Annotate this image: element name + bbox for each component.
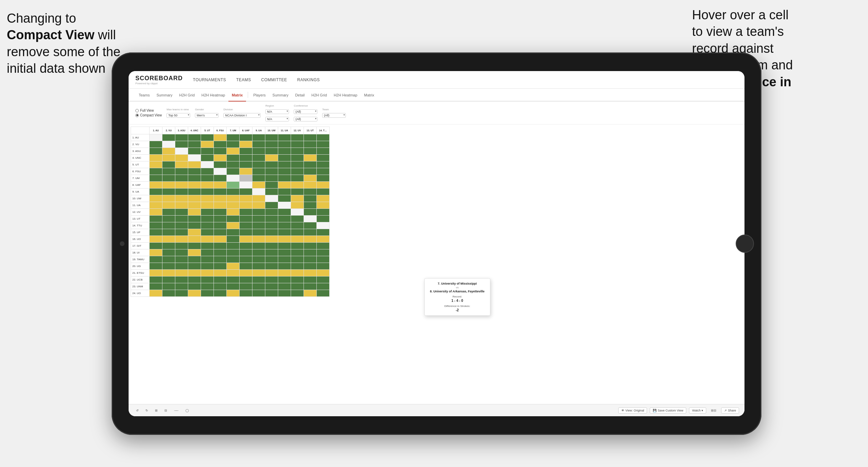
matrix-cell[interactable] <box>304 168 317 175</box>
matrix-cell[interactable] <box>291 155 304 161</box>
matrix-cell[interactable] <box>265 168 278 175</box>
matrix-cell[interactable] <box>150 222 162 229</box>
matrix-cell[interactable] <box>265 256 278 263</box>
matrix-cell[interactable] <box>265 155 278 161</box>
compact-view-radio[interactable] <box>135 114 139 117</box>
subnav-h2h-grid2[interactable]: H2H Grid <box>308 89 330 102</box>
matrix-cell[interactable] <box>150 155 162 161</box>
matrix-cell[interactable] <box>291 148 304 155</box>
matrix-cell[interactable] <box>304 188 317 195</box>
matrix-cell[interactable] <box>175 188 188 195</box>
matrix-cell[interactable] <box>201 283 214 290</box>
matrix-cell[interactable] <box>317 141 330 148</box>
matrix-cell[interactable] <box>201 276 214 283</box>
matrix-cell[interactable] <box>175 141 188 148</box>
matrix-cell[interactable] <box>265 263 278 270</box>
matrix-cell[interactable] <box>188 168 201 175</box>
matrix-cell[interactable] <box>214 148 227 155</box>
matrix-cell[interactable] <box>304 290 317 297</box>
matrix-cell[interactable] <box>278 249 291 256</box>
matrix-cell[interactable] <box>265 270 278 276</box>
matrix-cell[interactable] <box>252 256 265 263</box>
matrix-cell[interactable] <box>278 155 291 161</box>
save-custom-button[interactable]: 💾 Save Custom View <box>650 407 686 414</box>
matrix-cell[interactable] <box>201 195 214 202</box>
matrix-cell[interactable] <box>240 270 252 276</box>
matrix-cell[interactable] <box>175 263 188 270</box>
matrix-cell[interactable] <box>291 283 304 290</box>
matrix-cell[interactable] <box>304 134 317 141</box>
matrix-cell[interactable] <box>227 270 240 276</box>
matrix-cell[interactable] <box>317 148 330 155</box>
matrix-cell[interactable] <box>150 243 162 249</box>
matrix-cell[interactable] <box>278 148 291 155</box>
matrix-cell[interactable] <box>162 148 175 155</box>
matrix-cell[interactable] <box>162 209 175 216</box>
matrix-cell[interactable] <box>175 161 188 168</box>
matrix-cell[interactable] <box>291 188 304 195</box>
matrix-cell[interactable] <box>188 270 201 276</box>
matrix-cell[interactable] <box>291 276 304 283</box>
matrix-cell[interactable] <box>175 249 188 256</box>
matrix-cell[interactable] <box>252 134 265 141</box>
matrix-cell[interactable] <box>291 290 304 297</box>
matrix-cell[interactable] <box>278 188 291 195</box>
matrix-cell[interactable] <box>291 236 304 243</box>
matrix-cell[interactable] <box>278 236 291 243</box>
matrix-cell[interactable] <box>304 175 317 182</box>
matrix-cell[interactable] <box>214 256 227 263</box>
matrix-cell[interactable] <box>162 229 175 236</box>
matrix-cell[interactable] <box>162 188 175 195</box>
matrix-cell[interactable] <box>162 236 175 243</box>
matrix-cell[interactable] <box>252 229 265 236</box>
matrix-cell[interactable] <box>304 229 317 236</box>
matrix-cell[interactable] <box>265 243 278 249</box>
matrix-cell[interactable] <box>291 161 304 168</box>
matrix-cell[interactable] <box>240 182 252 188</box>
matrix-cell[interactable] <box>278 256 291 263</box>
matrix-cell[interactable] <box>188 229 201 236</box>
matrix-cell[interactable] <box>150 216 162 222</box>
matrix-cell[interactable] <box>252 222 265 229</box>
matrix-cell[interactable] <box>278 229 291 236</box>
matrix-cell[interactable] <box>317 276 330 283</box>
matrix-cell[interactable] <box>214 249 227 256</box>
share-button[interactable]: ↗ Share <box>721 407 739 414</box>
matrix-cell[interactable] <box>278 283 291 290</box>
matrix-cell[interactable] <box>278 270 291 276</box>
matrix-cell[interactable] <box>304 270 317 276</box>
matrix-cell[interactable] <box>150 276 162 283</box>
matrix-cell[interactable] <box>201 216 214 222</box>
matrix-cell[interactable] <box>201 209 214 216</box>
matrix-cell[interactable] <box>227 243 240 249</box>
matrix-cell[interactable] <box>278 161 291 168</box>
matrix-cell[interactable] <box>150 256 162 263</box>
matrix-cell[interactable] <box>240 155 252 161</box>
matrix-cell[interactable] <box>150 148 162 155</box>
subnav-h2h-heatmap1[interactable]: H2H Heatmap <box>198 89 228 102</box>
matrix-cell[interactable] <box>278 263 291 270</box>
matrix-cell[interactable] <box>304 249 317 256</box>
matrix-cell[interactable] <box>265 202 278 209</box>
full-view-radio[interactable] <box>135 109 139 112</box>
matrix-cell[interactable] <box>150 229 162 236</box>
matrix-cell[interactable] <box>252 202 265 209</box>
zoom-out-button[interactable]: ⊟ <box>162 408 169 413</box>
subnav-h2h-grid1[interactable]: H2H Grid <box>176 89 198 102</box>
matrix-cell[interactable] <box>214 276 227 283</box>
matrix-cell[interactable] <box>317 290 330 297</box>
matrix-cell[interactable] <box>252 182 265 188</box>
matrix-cell[interactable] <box>252 141 265 148</box>
matrix-cell[interactable] <box>227 290 240 297</box>
matrix-cell[interactable] <box>214 175 227 182</box>
matrix-cell[interactable] <box>227 168 240 175</box>
matrix-cell[interactable] <box>201 202 214 209</box>
matrix-cell[interactable] <box>252 276 265 283</box>
matrix-cell[interactable] <box>304 256 317 263</box>
matrix-cell[interactable] <box>201 270 214 276</box>
matrix-cell[interactable] <box>240 141 252 148</box>
matrix-cell[interactable] <box>265 216 278 222</box>
matrix-cell[interactable] <box>252 290 265 297</box>
matrix-cell[interactable] <box>188 161 201 168</box>
matrix-cell[interactable] <box>162 202 175 209</box>
